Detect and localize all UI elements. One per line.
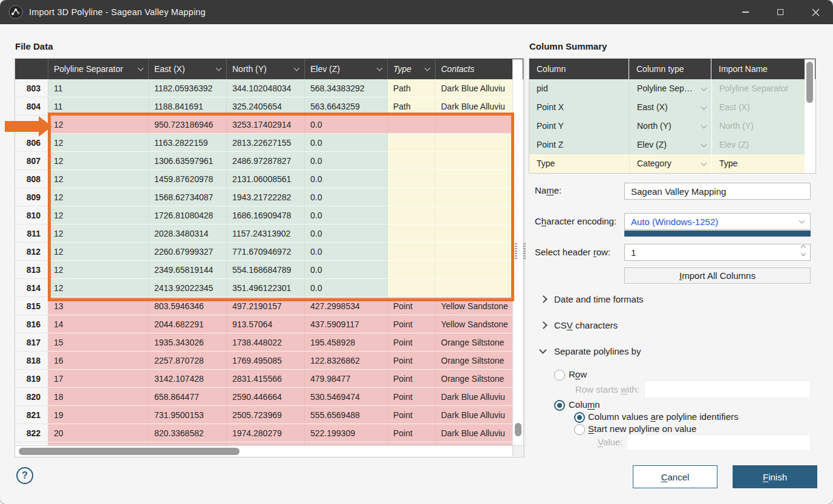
help-button[interactable]: ?: [16, 467, 33, 484]
table-row[interactable]: 807121306.635979612486.972878270.0: [15, 152, 523, 170]
table-row[interactable]: 817151935.3430261738.448022195.458928Poi…: [15, 333, 523, 352]
header-elev[interactable]: Elev (Z): [305, 59, 388, 79]
cell-polyline-separator: 14: [48, 315, 149, 333]
csv-characters-section[interactable]: CSV characters: [554, 320, 618, 330]
row-starts-with-input[interactable]: [644, 381, 811, 398]
column-type-value: Polyline Sep…: [637, 79, 693, 98]
row-number: 815: [15, 297, 48, 315]
column-type-dropdown[interactable]: East (X): [629, 98, 711, 117]
row-number: 821: [15, 406, 48, 424]
row-number: 819: [15, 370, 48, 388]
table-row[interactable]: 818162257.8707281769.495085122.8326862Po…: [15, 352, 523, 370]
cell-east: 1568.62734087: [149, 188, 227, 206]
cell-north: 497.2190157: [227, 297, 305, 315]
file-data-label: File Data: [15, 41, 53, 51]
cancel-button[interactable]: Cancel: [633, 465, 717, 488]
import-name-field[interactable]: Polyline Separator: [711, 79, 806, 98]
table-row[interactable]: 808121459.876209782131.060085610.0: [15, 170, 523, 188]
row-number: 814: [15, 279, 48, 297]
separate-polylines-section[interactable]: Separate polylines by: [554, 346, 641, 356]
scrollbar-thumb[interactable]: [19, 448, 240, 455]
table-row[interactable]: 813122349.65819144554.1686847890.0: [15, 261, 523, 279]
cell-elev: 427.2998534: [305, 297, 388, 315]
table-row[interactable]: 81513803.5946346497.2190157427.2998534Po…: [15, 297, 523, 315]
cell-contacts: Yellow Sandstone: [436, 297, 513, 315]
close-button[interactable]: [798, 0, 833, 24]
table-row[interactable]: 803111182.05936392344.102048034568.34383…: [15, 79, 523, 97]
column-type-dropdown[interactable]: Category: [629, 154, 711, 173]
table-row[interactable]: 816142044.682291913.57064437.5909117Poin…: [15, 315, 523, 333]
cell-polyline-separator: 12: [48, 224, 149, 243]
cell-east: 1188.841691: [149, 97, 227, 116]
row-starts-with-label: Row starts with:: [575, 384, 639, 394]
cell-polyline-separator: 12: [48, 152, 149, 170]
table-row[interactable]: 814122413.92022345351.4961223010.0: [15, 279, 523, 297]
cell-elev: 522.199309: [305, 424, 388, 442]
table-row[interactable]: 82018658.8644772590.446664530.5469474Poi…: [15, 388, 523, 406]
header-north[interactable]: North (Y): [227, 59, 305, 79]
row-number: 820: [15, 388, 48, 406]
header-row-spinner[interactable]: 1: [624, 244, 811, 261]
table-row[interactable]: 80512950.7231869463253.174029140.0: [15, 116, 523, 134]
column-radio[interactable]: [554, 400, 565, 411]
import-name-field[interactable]: East (X): [711, 98, 806, 117]
table-row[interactable]: 82119731.95001532505.723969555.6569488Po…: [15, 406, 523, 424]
table-row[interactable]: 812122260.67999327771.6709469720.0: [15, 243, 523, 261]
table-row[interactable]: 806121163.28221592813.226271550.0: [15, 134, 523, 152]
horizontal-scrollbar[interactable]: [16, 445, 514, 456]
column-type-dropdown[interactable]: Polyline Sep…: [629, 79, 711, 98]
cell-contacts: Dark Blue Alluviu: [436, 97, 513, 116]
table-row[interactable]: 819173142.1074282831.415566479.98477Poin…: [15, 370, 523, 388]
spinner-arrows[interactable]: [802, 246, 805, 255]
column-values-identifiers-label[interactable]: Column values are polyline identifiers: [588, 411, 738, 422]
encoding-confidence-bar: [624, 231, 811, 237]
header-type[interactable]: Type: [388, 59, 436, 79]
table-row[interactable]: 810121726.810804281686.169094780.0: [15, 206, 523, 224]
cell-north: 1686.16909478: [227, 206, 305, 224]
cell-type: [388, 170, 436, 188]
column-radio-label[interactable]: Column: [569, 399, 600, 410]
date-time-formats-section[interactable]: Date and time formats: [554, 294, 644, 304]
row-number: 810: [15, 206, 48, 224]
summary-header-column: Column: [529, 59, 629, 79]
import-name-field[interactable]: Elev (Z): [711, 136, 806, 154]
splitter-grip[interactable]: [523, 243, 526, 259]
finish-button[interactable]: Finish: [733, 465, 817, 488]
header-row-label: Select header row:: [535, 247, 610, 257]
table-row[interactable]: 809121568.627340871943.217222820.0: [15, 188, 523, 206]
vertical-scrollbar[interactable]: [512, 59, 523, 447]
table-row[interactable]: 82220820.33685821974.280279522.199309Poi…: [15, 424, 523, 442]
row-radio[interactable]: [554, 370, 565, 381]
encoding-value: Auto (Windows-1252): [631, 217, 718, 227]
column-type-dropdown[interactable]: Elev (Z): [629, 136, 711, 154]
table-row[interactable]: 804111188.841691325.2405654563.6643259Pa…: [15, 97, 523, 116]
import-name-field[interactable]: Type: [711, 154, 806, 173]
row-number: 809: [15, 188, 48, 206]
import-all-columns-button[interactable]: Import All Columns: [624, 267, 811, 284]
import-name-field[interactable]: North (Y): [711, 117, 806, 136]
cell-north: 2813.22627155: [227, 134, 305, 152]
table-row[interactable]: 811122028.34803141157.243139020.0: [15, 224, 523, 243]
chevron-down-icon: [294, 65, 300, 71]
start-new-polyline-label[interactable]: Start new polyline on value: [588, 424, 696, 434]
start-new-polyline-radio[interactable]: [574, 424, 585, 435]
maximize-button[interactable]: [763, 0, 798, 24]
value-input[interactable]: [627, 434, 811, 451]
header-polyline-separator[interactable]: Polyline Separator: [48, 59, 149, 79]
column-type-dropdown[interactable]: North (Y): [629, 117, 711, 136]
row-radio-label[interactable]: Row: [569, 369, 587, 379]
encoding-select[interactable]: Auto (Windows-1252): [624, 213, 811, 230]
vertical-scrollbar[interactable]: [805, 59, 815, 174]
header-label: North (Y): [232, 64, 267, 74]
cell-east: 2044.682291: [149, 315, 227, 333]
header-contacts[interactable]: Contacts: [436, 59, 513, 79]
column-values-identifiers-radio[interactable]: [574, 412, 585, 423]
cell-polyline-separator: 18: [48, 388, 149, 406]
name-input[interactable]: [624, 183, 811, 200]
encoding-label: Character encoding:: [535, 216, 616, 226]
scrollbar-thumb[interactable]: [806, 62, 813, 103]
header-east[interactable]: East (X): [149, 59, 227, 79]
splitter-grip[interactable]: [515, 243, 517, 259]
minimize-button[interactable]: [728, 0, 763, 24]
scrollbar-thumb[interactable]: [515, 423, 521, 436]
